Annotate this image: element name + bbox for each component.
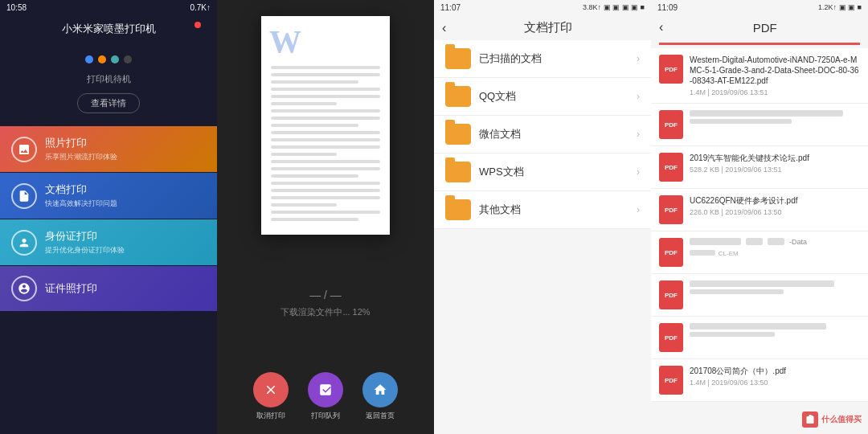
home-button[interactable]: 返回首页	[362, 372, 398, 421]
folder-wps[interactable]: WPS文档 ›	[434, 154, 651, 191]
menu-item-photo[interactable]: 照片打印 乐享照片潮流打印体验	[0, 126, 217, 172]
folder-name-wechat: 微信文档	[479, 127, 637, 141]
doc-line	[271, 153, 337, 156]
pdf-item-5[interactable]: PDF	[651, 274, 868, 317]
chevron-right-icon: ›	[637, 53, 640, 64]
ink-dots	[85, 55, 132, 63]
status-bar-3: 11:07 3.8K↑ ▣ ▣ ▣ ▣ ■	[434, 0, 651, 15]
folder-other[interactable]: 其他文档 ›	[434, 191, 651, 229]
folder-wechat[interactable]: 微信文档 ›	[434, 116, 651, 154]
word-letter-watermark: W	[269, 23, 301, 60]
pdf-icon-2: PDF	[659, 153, 683, 182]
id-print-title: 身份证打印	[45, 229, 125, 244]
view-detail-button[interactable]: 查看详情	[77, 93, 140, 113]
pdf-name-2: 2019汽车智能化关键技术论坛.pdf	[690, 153, 860, 163]
pdf-item-4[interactable]: PDF -Data CL-EM	[651, 231, 868, 274]
printer-app-header: 小米米家喷墨打印机	[0, 15, 217, 43]
partial-row2: CL-EM	[690, 250, 860, 258]
doc-line	[271, 88, 380, 91]
pdf-item-1[interactable]: PDF	[651, 104, 868, 146]
doc-line	[271, 218, 358, 221]
blurred-meta-5	[690, 289, 784, 294]
pdf-info-4: -Data CL-EM	[690, 238, 860, 258]
print-queue-button[interactable]: 打印队列	[308, 372, 343, 421]
folder-scanned[interactable]: 已扫描的文档 ›	[434, 40, 651, 78]
pdf-icon-3: PDF	[659, 195, 683, 224]
pdf-meta-3: 226.0 KB | 2019/09/06 13:50	[690, 208, 860, 216]
doc-line	[271, 145, 380, 149]
pdf-info-0: Western-Digital-Automotive-iNAND-7250A-e…	[690, 55, 860, 96]
other-print-title: 证件照打印	[45, 281, 97, 296]
id-icon-svg	[18, 236, 31, 249]
pdf-icon-4: PDF	[659, 238, 683, 267]
chevron-right-icon: ›	[637, 204, 640, 215]
photo-print-icon	[11, 137, 37, 162]
other-print-text: 证件照打印	[45, 281, 97, 296]
blurred-name-1	[690, 110, 843, 117]
printer-status-text: 打印机待机	[87, 73, 131, 85]
id-print-icon	[11, 230, 37, 256]
blurred-name-5	[690, 280, 834, 287]
folder-name-scanned: 已扫描的文档	[479, 51, 637, 66]
pdf-info-3: UC6226QFN硬件参考设计.pdf 226.0 KB | 2019/09/0…	[690, 195, 860, 216]
doc-line	[271, 189, 380, 192]
doc-line	[271, 160, 380, 163]
folder-name-qq: QQ文档	[479, 89, 637, 104]
signal-display-1: 0.7K↑	[190, 3, 211, 12]
pdf-item-3[interactable]: PDF UC6226QFN硬件参考设计.pdf 226.0 KB | 2019/…	[651, 189, 868, 231]
doc-line	[271, 138, 380, 141]
doc-line	[271, 182, 380, 185]
ink-dot-blue	[85, 55, 93, 63]
pdf-icon-0: PDF	[659, 55, 683, 84]
photo-icon-svg	[18, 143, 31, 156]
doc-line	[271, 131, 380, 134]
pdf-item-6[interactable]: PDF	[651, 317, 868, 359]
pdf-list-title: PDF	[669, 21, 860, 35]
doc-line	[271, 124, 358, 127]
back-button-4[interactable]: ‹	[659, 20, 669, 35]
id-print-sub: 提升优化身份证打印体验	[45, 245, 125, 256]
doc-line	[271, 196, 380, 199]
print-queue-label: 打印队列	[311, 411, 340, 421]
pdf-item-7[interactable]: PDF 201708公司简介（中）.pdf 1.4M | 2019/09/06 …	[651, 359, 868, 402]
blurred-name-6	[690, 323, 826, 330]
ink-dot-dark	[124, 55, 132, 63]
status-bar-4: 11:09 1.2K↑ ▣ ▣ ■	[651, 0, 868, 15]
doc-line	[271, 174, 358, 178]
pdf-list-header: ‹ PDF	[651, 15, 868, 39]
doc-line	[271, 109, 380, 113]
doc-print-sub: 快速高效解决打印问题	[45, 199, 117, 209]
menu-item-doc[interactable]: 文档打印 快速高效解决打印问题	[0, 173, 217, 219]
folder-qq[interactable]: QQ文档 ›	[434, 78, 651, 116]
ink-dot-teal	[111, 55, 119, 63]
panel-printer-main: 10:58 0.7K↑ 小米米家喷墨打印机 打印机待机 查看详情 照片打印 乐享…	[0, 0, 217, 434]
doc-print-text: 文档打印 快速高效解决打印问题	[45, 182, 117, 209]
doc-content-lines	[271, 66, 380, 221]
back-button-3[interactable]: ‹	[442, 21, 452, 35]
photo-print-title: 照片打印	[45, 136, 117, 150]
cancel-print-circle	[253, 372, 289, 407]
doc-folder-title: 文档打印	[452, 20, 643, 35]
cancel-print-label: 取消打印	[256, 411, 285, 421]
pdf-name-0: Western-Digital-Automotive-iNAND-7250A-e…	[690, 55, 860, 86]
chevron-right-icon: ›	[637, 91, 640, 102]
camera-icon	[805, 415, 815, 424]
pdf-info-6	[690, 323, 860, 339]
folder-icon-other	[445, 199, 471, 220]
panel-pdf-list: 11:09 1.2K↑ ▣ ▣ ■ ‹ PDF PDF Western-Digi…	[651, 0, 868, 434]
photo-print-sub: 乐享照片潮流打印体验	[45, 152, 117, 162]
doc-line	[271, 73, 380, 76]
folder-name-other: 其他文档	[479, 203, 637, 217]
printer-status-area: 打印机待机 查看详情	[0, 43, 217, 126]
menu-item-id[interactable]: 身份证打印 提升优化身份证打印体验	[0, 219, 217, 265]
loading-progress-text: 下载渲染文件中... 12%	[280, 306, 370, 318]
doc-icon-svg	[18, 190, 31, 203]
folder-icon-wps	[445, 162, 471, 182]
menu-item-other[interactable]: 证件照打印	[0, 266, 217, 311]
pdf-info-5	[690, 280, 860, 297]
pdf-item-0[interactable]: PDF Western-Digital-Automotive-iNAND-725…	[651, 48, 868, 104]
cancel-print-button[interactable]: 取消打印	[253, 372, 289, 421]
x-icon	[264, 383, 278, 397]
pdf-name-3: UC6226QFN硬件参考设计.pdf	[690, 195, 860, 206]
pdf-item-2[interactable]: PDF 2019汽车智能化关键技术论坛.pdf 528.2 KB | 2019/…	[651, 146, 868, 189]
